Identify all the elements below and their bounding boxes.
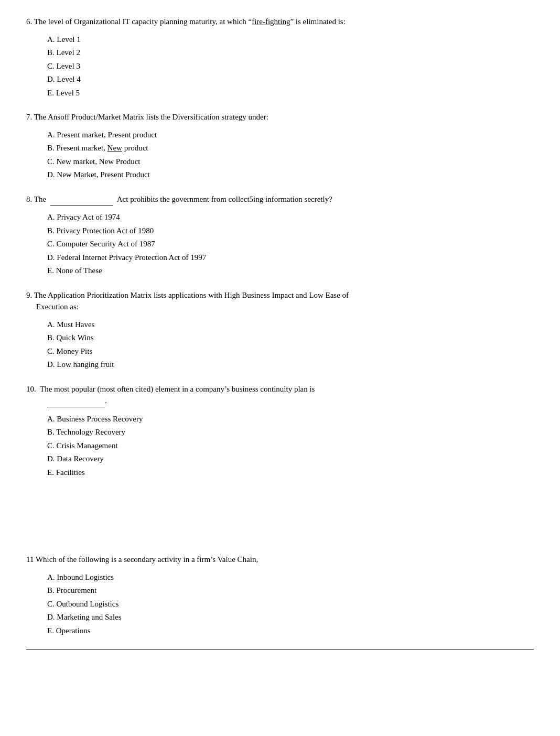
q11-option-a: A. Inbound Logistics [47, 571, 534, 585]
q8-option-a: A. Privacy Act of 1974 [47, 211, 534, 224]
q9-option-a: A. Must Haves [47, 318, 534, 332]
q6-options: A. Level 1 B. Level 2 C. Level 3 D. Leve… [47, 33, 534, 100]
q6-option-a: A. Level 1 [47, 33, 534, 47]
q9-option-c: C. Money Pits [47, 345, 534, 359]
q10-option-c: C. Crisis Management [47, 439, 534, 453]
question-10: 10. The most popular (most often cited) … [26, 383, 534, 480]
q7-option-d: D. New Market, Present Product [47, 168, 534, 182]
q6-option-e: E. Level 5 [47, 86, 534, 100]
q7-option-b: B. Present market, New product [47, 142, 534, 155]
question-11: 11 Which of the following is a secondary… [26, 554, 534, 637]
q6-option-c: C. Level 3 [47, 60, 534, 73]
q7-option-a: A. Present market, Present product [47, 128, 534, 142]
q8-option-e: E. None of These [47, 264, 534, 278]
q8-option-d: D. Federal Internet Privacy Protection A… [47, 251, 534, 265]
q11-option-b: B. Procurement [47, 584, 534, 598]
q6-option-b: B. Level 2 [47, 46, 534, 60]
q10-option-d: D. Data Recovery [47, 452, 534, 466]
q7-option-c: C. New market, New Product [47, 155, 534, 169]
q10-option-e: E. Facilities [47, 466, 534, 480]
q11-option-c: C. Outbound Logistics [47, 598, 534, 611]
q6-number: 6. The level of Organizational IT capaci… [26, 17, 346, 26]
q11-option-e: E. Operations [47, 624, 534, 638]
q7-options: A. Present market, Present product B. Pr… [47, 128, 534, 182]
q9-option-b: B. Quick Wins [47, 331, 534, 345]
q10-option-b: B. Technology Recovery [47, 426, 534, 439]
q10-options: A. Business Process Recovery B. Technolo… [47, 413, 534, 480]
q7-new-underline: New [107, 144, 122, 152]
question-7: 7. The Ansoff Product/Market Matrix list… [26, 111, 534, 182]
page-spacer [26, 491, 534, 554]
q6-option-d: D. Level 4 [47, 73, 534, 86]
q11-options: A. Inbound Logistics B. Procurement C. O… [47, 571, 534, 638]
q8-blank [50, 193, 113, 206]
question-6-text: 6. The level of Organizational IT capaci… [26, 16, 534, 28]
question-8-text: 8. The Act prohibits the government from… [26, 193, 534, 206]
q8-option-c: C. Computer Security Act of 1987 [47, 237, 534, 251]
question-7-text: 7. The Ansoff Product/Market Matrix list… [26, 111, 534, 123]
question-6: 6. The level of Organizational IT capaci… [26, 16, 534, 100]
q8-option-b: B. Privacy Protection Act of 1980 [47, 224, 534, 238]
question-10-text: 10. The most popular (most often cited) … [26, 383, 534, 407]
q8-options: A. Privacy Act of 1974 B. Privacy Protec… [47, 211, 534, 278]
q9-options: A. Must Haves B. Quick Wins C. Money Pit… [47, 318, 534, 372]
question-8: 8. The Act prohibits the government from… [26, 193, 534, 278]
q9-option-d: D. Low hanging fruit [47, 358, 534, 372]
bottom-divider [26, 649, 534, 650]
q6-keyword: fire-fighting [252, 17, 290, 26]
question-9: 9. The Application Prioritization Matrix… [26, 289, 534, 372]
q11-option-d: D. Marketing and Sales [47, 611, 534, 624]
q10-option-a: A. Business Process Recovery [47, 413, 534, 426]
q10-blank [47, 395, 105, 407]
question-9-text: 9. The Application Prioritization Matrix… [26, 289, 534, 313]
question-11-text: 11 Which of the following is a secondary… [26, 554, 534, 566]
